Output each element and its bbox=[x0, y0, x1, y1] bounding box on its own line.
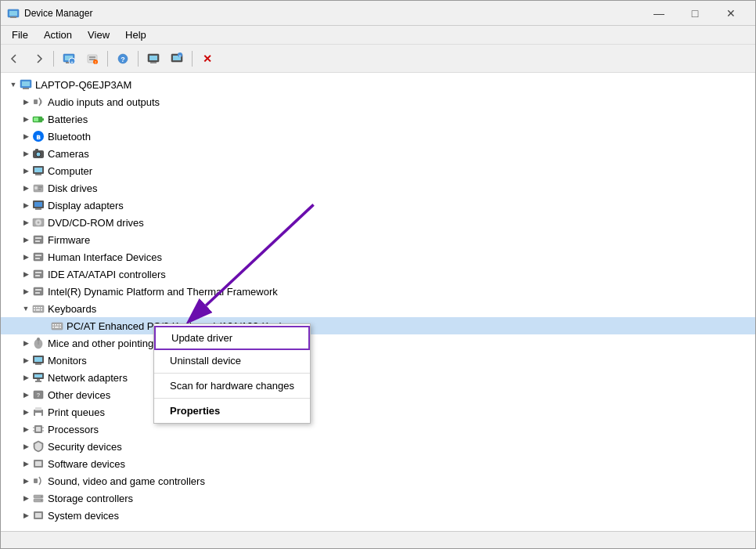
other-icon: ? bbox=[32, 388, 45, 401]
svg-rect-17 bbox=[150, 62, 157, 63]
svg-rect-60 bbox=[33, 305, 44, 312]
toolbar-btn1[interactable]: + bbox=[58, 48, 80, 70]
sound-icon bbox=[32, 475, 45, 487]
tree-item-processors[interactable]: ▶ Processors bbox=[1, 421, 755, 438]
device-tree[interactable]: ▼ LAPTOP-Q6EJP3AM ▶ bbox=[1, 73, 755, 531]
disk-expander[interactable]: ▶ bbox=[20, 182, 32, 194]
tree-item-other[interactable]: ▶ ? Other devices bbox=[1, 386, 755, 403]
system-expander[interactable]: ▶ bbox=[20, 509, 32, 522]
print-expander[interactable]: ▶ bbox=[20, 406, 32, 418]
tree-item-display[interactable]: ▶ Display adapters bbox=[1, 197, 755, 214]
ide-expander[interactable]: ▶ bbox=[20, 268, 32, 280]
cameras-expander[interactable]: ▶ bbox=[20, 147, 32, 160]
tree-item-intel[interactable]: ▶ Intel(R) Dynamic Platform and Thermal … bbox=[1, 283, 755, 300]
toolbar-delete[interactable]: ✕ bbox=[196, 48, 218, 70]
display-expander[interactable]: ▶ bbox=[20, 199, 32, 211]
toolbar-forward[interactable] bbox=[27, 48, 49, 70]
security-expander[interactable]: ▶ bbox=[20, 440, 32, 453]
tree-item-bluetooth[interactable]: ▶ ʙ Bluetooth bbox=[1, 128, 755, 145]
ctx-properties-label: Properties bbox=[170, 405, 220, 417]
tree-item-ide[interactable]: ▶ IDE ATA/ATAPI controllers bbox=[1, 265, 755, 283]
toolbar-btn2[interactable]: ! bbox=[81, 48, 103, 70]
storage-label: Storage controllers bbox=[48, 493, 133, 504]
context-menu: Update driver Uninstall device Scan for … bbox=[153, 323, 311, 424]
storage-expander[interactable]: ▶ bbox=[20, 492, 32, 504]
intel-icon bbox=[32, 285, 45, 298]
tree-item-audio[interactable]: ▶ Audio inputs and outputs bbox=[1, 93, 755, 110]
batteries-label: Batteries bbox=[48, 114, 88, 125]
bluetooth-label: Bluetooth bbox=[48, 131, 91, 143]
other-expander[interactable]: ▶ bbox=[20, 388, 32, 401]
batteries-expander[interactable]: ▶ bbox=[20, 113, 32, 125]
ctx-separator-1 bbox=[154, 373, 310, 374]
svg-rect-57 bbox=[34, 287, 43, 295]
processors-expander[interactable]: ▶ bbox=[20, 423, 32, 435]
menu-file[interactable]: File bbox=[4, 27, 36, 42]
svg-rect-92 bbox=[36, 427, 41, 432]
bluetooth-expander[interactable]: ▶ bbox=[20, 130, 32, 143]
root-expander[interactable]: ▼ bbox=[7, 78, 20, 91]
firmware-expander[interactable]: ▶ bbox=[20, 233, 32, 246]
tree-item-hid[interactable]: ▶ Human Interface Devices bbox=[1, 248, 755, 265]
tree-item-mice[interactable]: ▶ Mice and other pointing devices bbox=[1, 334, 755, 352]
tree-root[interactable]: ▼ LAPTOP-Q6EJP3AM bbox=[1, 76, 755, 93]
ctx-uninstall-label: Uninstall device bbox=[170, 355, 241, 367]
tree-item-monitors[interactable]: ▶ Monitors bbox=[1, 352, 755, 369]
processors-label: Processors bbox=[48, 424, 99, 435]
keyboards-expander[interactable]: ▼ bbox=[20, 302, 32, 315]
menu-view[interactable]: View bbox=[80, 27, 117, 42]
menu-action[interactable]: Action bbox=[36, 27, 80, 42]
svg-rect-90 bbox=[35, 413, 41, 416]
toolbar-help[interactable]: ? bbox=[112, 48, 134, 70]
display-icon bbox=[32, 199, 45, 211]
tree-item-dvd[interactable]: ▶ DVD/CD-ROM drives bbox=[1, 214, 755, 231]
minimize-button[interactable]: — bbox=[641, 1, 677, 26]
close-button[interactable]: ✕ bbox=[713, 1, 749, 26]
tree-item-network[interactable]: ▶ Network adapters bbox=[1, 369, 755, 386]
svg-rect-51 bbox=[34, 253, 43, 261]
software-expander[interactable]: ▶ bbox=[20, 457, 32, 470]
toolbar-monitor[interactable] bbox=[142, 48, 164, 70]
tree-item-print[interactable]: ▶ Print queues bbox=[1, 403, 755, 421]
tree-item-batteries[interactable]: ▶ Batteries bbox=[1, 110, 755, 128]
storage-icon bbox=[32, 492, 45, 504]
svg-rect-71 bbox=[57, 324, 59, 326]
mice-expander[interactable]: ▶ bbox=[20, 337, 32, 349]
menu-help[interactable]: Help bbox=[117, 27, 154, 42]
svg-rect-75 bbox=[59, 327, 61, 328]
tree-item-cameras[interactable]: ▶ Cameras bbox=[1, 145, 755, 162]
battery-icon bbox=[32, 113, 45, 125]
ctx-properties[interactable]: Properties bbox=[154, 400, 310, 421]
monitor-icon bbox=[32, 354, 45, 367]
dvd-expander[interactable]: ▶ bbox=[20, 216, 32, 229]
tree-item-security[interactable]: ▶ Security devices bbox=[1, 438, 755, 455]
toolbar-sep-3 bbox=[138, 51, 139, 67]
audio-expander[interactable]: ▶ bbox=[20, 96, 32, 108]
svg-text:?: ? bbox=[37, 392, 41, 399]
tree-item-storage[interactable]: ▶ Storage controllers bbox=[1, 489, 755, 507]
tree-item-firmware[interactable]: ▶ Firmware bbox=[1, 231, 755, 248]
tree-item-computer[interactable]: ▶ Computer bbox=[1, 162, 755, 179]
svg-rect-61 bbox=[34, 307, 35, 309]
toolbar-back[interactable] bbox=[4, 48, 26, 70]
tree-item-pcat[interactable]: PC/AT Enhanced PS/2 Keyboard (101/102-Ke… bbox=[1, 317, 755, 334]
keyboard-icon bbox=[32, 302, 45, 315]
ctx-update-driver[interactable]: Update driver bbox=[154, 326, 310, 350]
maximize-button[interactable]: □ bbox=[677, 1, 713, 26]
svg-rect-56 bbox=[35, 275, 40, 276]
intel-expander[interactable]: ▶ bbox=[20, 285, 32, 298]
toolbar-network[interactable]: + bbox=[166, 48, 188, 70]
tree-item-keyboards[interactable]: ▼ Keyboards bbox=[1, 300, 755, 317]
computer-expander[interactable]: ▶ bbox=[20, 164, 32, 177]
ctx-uninstall[interactable]: Uninstall device bbox=[154, 350, 310, 371]
ide-icon bbox=[32, 268, 45, 280]
tree-item-software[interactable]: ▶ Software devices bbox=[1, 455, 755, 472]
ctx-scan[interactable]: Scan for hardware changes bbox=[154, 375, 310, 396]
hid-expander[interactable]: ▶ bbox=[20, 251, 32, 263]
network-expander[interactable]: ▶ bbox=[20, 371, 32, 384]
tree-item-sound[interactable]: ▶ Sound, video and game controllers bbox=[1, 472, 755, 489]
tree-item-system[interactable]: ▶ System devices bbox=[1, 507, 755, 524]
tree-item-disk[interactable]: ▶ Disk drives bbox=[1, 179, 755, 197]
sound-expander[interactable]: ▶ bbox=[20, 475, 32, 487]
monitors-expander[interactable]: ▶ bbox=[20, 354, 32, 367]
